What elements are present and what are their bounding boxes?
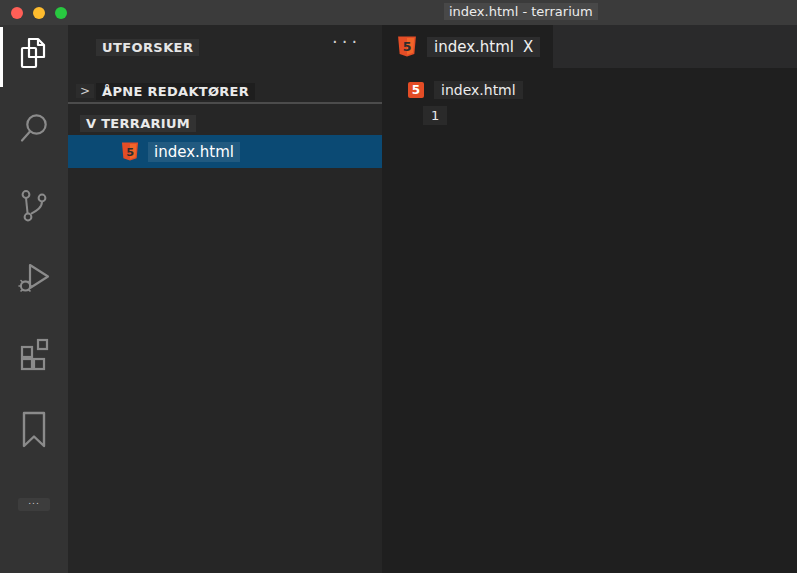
search-icon (18, 113, 50, 145)
zoom-window-button[interactable] (55, 7, 67, 19)
sidebar-header: UTFORSKER ··· (68, 25, 382, 61)
activity-item-source-control[interactable] (0, 188, 68, 224)
svg-text:5: 5 (126, 144, 134, 158)
section-open-editors[interactable]: > ÅPNE REDAKTØRER (68, 79, 382, 103)
close-tab-icon[interactable]: X (523, 38, 533, 56)
activity-item-extensions[interactable] (0, 337, 68, 372)
source-control-icon (17, 188, 51, 224)
editor-area: 5 index.htmlX 5 index.html 1 (382, 25, 797, 573)
run-debug-icon (16, 258, 52, 295)
file-item-index-html[interactable]: 5 index.html (68, 135, 382, 168)
section-label-open-editors: ÅPNE REDAKTØRER (96, 83, 255, 100)
files-icon (18, 37, 50, 71)
html5-file-icon: 5 (397, 36, 417, 58)
chevron-right-icon: > (76, 84, 94, 98)
file-name: index.html (148, 142, 240, 162)
minimize-window-button[interactable] (33, 7, 45, 19)
section-label-terrarium: V TERRARIUM (80, 115, 196, 132)
close-window-button[interactable] (11, 7, 23, 19)
bookmark-icon (20, 410, 48, 450)
code-line-1[interactable]: 1 (382, 106, 447, 125)
html5-breadcrumb-icon: 5 (408, 82, 424, 98)
activity-item-bookmarks[interactable] (0, 410, 68, 450)
tab-bar: 5 index.htmlX (382, 25, 797, 68)
activity-item-run-debug[interactable] (0, 258, 68, 295)
svg-text:5: 5 (403, 39, 412, 54)
explorer-sidebar: UTFORSKER ··· > ÅPNE REDAKTØRER V TERRAR… (68, 25, 382, 573)
activity-bar: ... (0, 25, 68, 573)
breadcrumb-item-file[interactable]: index.html (434, 81, 523, 99)
tab-label-box: index.htmlX (427, 37, 540, 57)
html5-file-icon: 5 (121, 142, 139, 162)
chevron-down-icon: V (86, 116, 96, 131)
activity-item-explorer[interactable] (0, 37, 68, 71)
traffic-lights (11, 7, 67, 19)
tab-index-html[interactable]: 5 index.htmlX (382, 25, 553, 68)
titlebar[interactable]: index.html - terrarium (0, 0, 797, 25)
vscode-window: index.html - terrarium (0, 0, 797, 573)
tab-label: index.html (434, 38, 514, 56)
breadcrumb[interactable]: 5 index.html (408, 78, 523, 102)
window-title: index.html - terrarium (444, 3, 598, 20)
extensions-icon (18, 337, 51, 372)
views-more-actions-icon[interactable]: ··· (332, 31, 361, 52)
section-divider (68, 102, 382, 104)
sidebar-title: UTFORSKER (96, 39, 199, 56)
section-terrarium[interactable]: V TERRARIUM (68, 111, 382, 135)
line-number: 1 (423, 106, 447, 125)
activity-item-search[interactable] (0, 113, 68, 145)
more-actions-button[interactable]: ... (18, 498, 50, 511)
